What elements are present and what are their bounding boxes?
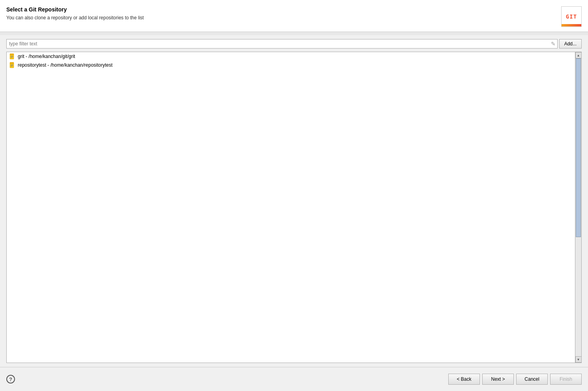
list-item-label-1: repositorytest - /home/kanchan/repositor…	[18, 62, 112, 68]
next-button[interactable]: Next >	[482, 374, 514, 385]
page-subtitle: You can also clone a repository or add l…	[6, 15, 144, 21]
repo-icon-1	[9, 62, 15, 68]
scrollbar[interactable]: ▲ ▼	[575, 52, 581, 363]
filter-clear-icon[interactable]: ✎	[551, 41, 556, 47]
scroll-up-arrow[interactable]: ▲	[575, 52, 582, 58]
git-logo: GIT	[561, 6, 582, 27]
cancel-button[interactable]: Cancel	[516, 374, 548, 385]
help-icon[interactable]: ?	[6, 375, 15, 384]
footer-left: ?	[6, 375, 15, 384]
filter-input[interactable]	[7, 39, 557, 48]
header-section: Select a Git Repository You can also clo…	[0, 0, 588, 32]
scroll-down-arrow[interactable]: ▼	[575, 356, 582, 363]
separator	[0, 32, 588, 35]
list-item[interactable]: grit - /home/kanchan/git/grit	[7, 52, 575, 61]
svg-rect-6	[10, 62, 14, 64]
list-item[interactable]: repositorytest - /home/kanchan/repositor…	[7, 61, 575, 69]
filter-row: ✎ Add...	[6, 39, 582, 49]
finish-button[interactable]: Finish	[550, 374, 582, 385]
footer-buttons: < Back Next > Cancel Finish	[448, 374, 582, 385]
repo-icon-0	[9, 53, 15, 60]
git-logo-text: GIT	[566, 13, 577, 20]
list-content[interactable]: grit - /home/kanchan/git/grit repository…	[7, 52, 575, 363]
scroll-track[interactable]	[575, 58, 581, 356]
svg-rect-1	[10, 54, 14, 55]
list-container: grit - /home/kanchan/git/grit repository…	[6, 52, 582, 363]
filter-input-wrapper: ✎	[6, 39, 558, 49]
back-button[interactable]: < Back	[448, 374, 480, 385]
dialog-container: Select a Git Repository You can also clo…	[0, 0, 588, 391]
git-logo-bar	[562, 24, 581, 26]
scroll-thumb[interactable]	[576, 58, 581, 237]
header-text: Select a Git Repository You can also clo…	[6, 6, 144, 21]
add-button[interactable]: Add...	[559, 39, 582, 49]
list-item-label-0: grit - /home/kanchan/git/grit	[18, 54, 75, 59]
page-title: Select a Git Repository	[6, 6, 144, 13]
content-section: ✎ Add... grit - /home	[0, 35, 588, 367]
footer-section: ? < Back Next > Cancel Finish	[0, 367, 588, 391]
